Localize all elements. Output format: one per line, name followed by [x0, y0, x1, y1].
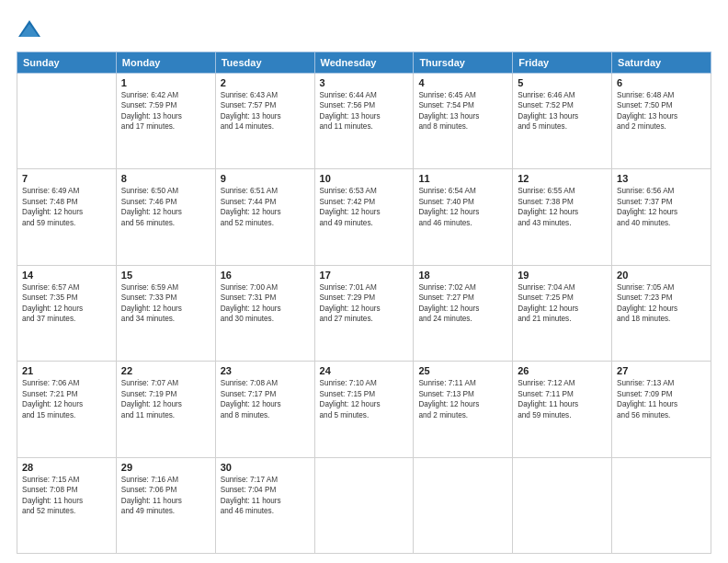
day-info: Sunrise: 7:10 AM Sunset: 7:15 PM Dayligh… [320, 378, 409, 420]
day-info: Sunrise: 7:16 AM Sunset: 7:06 PM Dayligh… [121, 475, 210, 517]
calendar-cell: 22Sunrise: 7:07 AM Sunset: 7:19 PM Dayli… [116, 362, 215, 457]
day-info: Sunrise: 6:44 AM Sunset: 7:56 PM Dayligh… [320, 90, 409, 132]
day-number: 7 [22, 173, 111, 184]
calendar-cell: 25Sunrise: 7:11 AM Sunset: 7:13 PM Dayli… [414, 362, 513, 457]
day-number: 28 [22, 462, 111, 473]
calendar-cell: 7Sunrise: 6:49 AM Sunset: 7:48 PM Daylig… [17, 169, 117, 265]
day-info: Sunrise: 7:11 AM Sunset: 7:13 PM Dayligh… [418, 378, 507, 420]
calendar-day-header: Tuesday [215, 52, 314, 74]
day-info: Sunrise: 7:00 AM Sunset: 7:31 PM Dayligh… [221, 282, 310, 325]
day-info: Sunrise: 7:06 AM Sunset: 7:21 PM Dayligh… [22, 378, 111, 420]
calendar-week-row: 28Sunrise: 7:15 AM Sunset: 7:08 PM Dayli… [17, 457, 711, 553]
calendar-week-row: 14Sunrise: 6:57 AM Sunset: 7:35 PM Dayli… [17, 265, 711, 361]
calendar-cell: 2Sunrise: 6:43 AM Sunset: 7:57 PM Daylig… [215, 74, 314, 169]
day-info: Sunrise: 6:42 AM Sunset: 7:59 PM Dayligh… [121, 90, 210, 132]
calendar-cell: 8Sunrise: 6:50 AM Sunset: 7:46 PM Daylig… [116, 169, 215, 265]
day-number: 30 [221, 462, 310, 473]
day-info: Sunrise: 6:55 AM Sunset: 7:38 PM Dayligh… [518, 186, 607, 228]
calendar-cell: 18Sunrise: 7:02 AM Sunset: 7:27 PM Dayli… [414, 265, 513, 361]
day-number: 14 [22, 270, 111, 281]
calendar-cell: 9Sunrise: 6:51 AM Sunset: 7:44 PM Daylig… [215, 169, 314, 265]
calendar-cell: 30Sunrise: 7:17 AM Sunset: 7:04 PM Dayli… [215, 457, 314, 553]
day-info: Sunrise: 6:59 AM Sunset: 7:33 PM Dayligh… [121, 282, 210, 325]
day-number: 16 [221, 270, 310, 281]
calendar-cell: 24Sunrise: 7:10 AM Sunset: 7:15 PM Dayli… [314, 362, 414, 457]
day-number: 11 [418, 173, 507, 184]
day-number: 27 [617, 365, 706, 376]
day-number: 23 [221, 365, 310, 376]
day-info: Sunrise: 6:56 AM Sunset: 7:37 PM Dayligh… [617, 186, 706, 228]
calendar-cell [17, 74, 117, 169]
calendar-cell: 14Sunrise: 6:57 AM Sunset: 7:35 PM Dayli… [17, 265, 117, 361]
calendar-day-header: Monday [116, 52, 215, 74]
day-info: Sunrise: 7:12 AM Sunset: 7:11 PM Dayligh… [518, 378, 607, 420]
calendar-cell: 28Sunrise: 7:15 AM Sunset: 7:08 PM Dayli… [17, 457, 117, 553]
calendar-cell: 16Sunrise: 7:00 AM Sunset: 7:31 PM Dayli… [215, 265, 314, 361]
calendar-table: SundayMondayTuesdayWednesdayThursdayFrid… [17, 52, 711, 554]
calendar-cell: 5Sunrise: 6:46 AM Sunset: 7:52 PM Daylig… [513, 74, 612, 169]
day-number: 10 [320, 173, 409, 184]
day-number: 6 [617, 77, 706, 88]
day-info: Sunrise: 7:13 AM Sunset: 7:09 PM Dayligh… [617, 378, 706, 420]
day-number: 17 [320, 270, 409, 281]
day-number: 4 [418, 77, 507, 88]
day-info: Sunrise: 6:46 AM Sunset: 7:52 PM Dayligh… [518, 90, 607, 132]
day-number: 12 [518, 173, 607, 184]
day-number: 24 [320, 365, 409, 376]
day-number: 9 [221, 173, 310, 184]
day-info: Sunrise: 7:15 AM Sunset: 7:08 PM Dayligh… [22, 475, 111, 517]
day-number: 1 [121, 77, 210, 88]
day-number: 18 [418, 270, 507, 281]
day-info: Sunrise: 7:05 AM Sunset: 7:23 PM Dayligh… [617, 282, 706, 325]
calendar-cell: 1Sunrise: 6:42 AM Sunset: 7:59 PM Daylig… [116, 74, 215, 169]
calendar-day-header: Sunday [17, 52, 117, 74]
calendar-cell: 10Sunrise: 6:53 AM Sunset: 7:42 PM Dayli… [314, 169, 414, 265]
day-info: Sunrise: 6:51 AM Sunset: 7:44 PM Dayligh… [221, 186, 310, 228]
calendar-week-row: 21Sunrise: 7:06 AM Sunset: 7:21 PM Dayli… [17, 362, 711, 457]
calendar-cell: 6Sunrise: 6:48 AM Sunset: 7:50 PM Daylig… [612, 74, 711, 169]
calendar-week-row: 1Sunrise: 6:42 AM Sunset: 7:59 PM Daylig… [17, 74, 711, 169]
day-number: 3 [320, 77, 409, 88]
day-info: Sunrise: 6:45 AM Sunset: 7:54 PM Dayligh… [418, 90, 507, 132]
calendar-cell: 19Sunrise: 7:04 AM Sunset: 7:25 PM Dayli… [513, 265, 612, 361]
calendar-cell [612, 457, 711, 553]
calendar-day-header: Wednesday [314, 52, 414, 74]
calendar-cell: 12Sunrise: 6:55 AM Sunset: 7:38 PM Dayli… [513, 169, 612, 265]
calendar-cell: 20Sunrise: 7:05 AM Sunset: 7:23 PM Dayli… [612, 265, 711, 361]
calendar-cell [414, 457, 513, 553]
day-number: 21 [22, 365, 111, 376]
calendar-header-row: SundayMondayTuesdayWednesdayThursdayFrid… [17, 52, 711, 74]
logo [17, 17, 46, 42]
page: SundayMondayTuesdayWednesdayThursdayFrid… [0, 0, 728, 563]
day-info: Sunrise: 7:07 AM Sunset: 7:19 PM Dayligh… [121, 378, 210, 420]
day-number: 25 [418, 365, 507, 376]
calendar-cell: 11Sunrise: 6:54 AM Sunset: 7:40 PM Dayli… [414, 169, 513, 265]
calendar-cell: 21Sunrise: 7:06 AM Sunset: 7:21 PM Dayli… [17, 362, 117, 457]
day-number: 20 [617, 270, 706, 281]
calendar-day-header: Friday [513, 52, 612, 74]
calendar-cell: 13Sunrise: 6:56 AM Sunset: 7:37 PM Dayli… [612, 169, 711, 265]
calendar-cell: 29Sunrise: 7:16 AM Sunset: 7:06 PM Dayli… [116, 457, 215, 553]
header [17, 17, 711, 42]
calendar-cell [513, 457, 612, 553]
calendar-cell: 26Sunrise: 7:12 AM Sunset: 7:11 PM Dayli… [513, 362, 612, 457]
calendar-week-row: 7Sunrise: 6:49 AM Sunset: 7:48 PM Daylig… [17, 169, 711, 265]
day-info: Sunrise: 6:48 AM Sunset: 7:50 PM Dayligh… [617, 90, 706, 132]
calendar-cell: 15Sunrise: 6:59 AM Sunset: 7:33 PM Dayli… [116, 265, 215, 361]
day-info: Sunrise: 6:53 AM Sunset: 7:42 PM Dayligh… [320, 186, 409, 228]
day-info: Sunrise: 7:17 AM Sunset: 7:04 PM Dayligh… [221, 475, 310, 517]
calendar-cell: 4Sunrise: 6:45 AM Sunset: 7:54 PM Daylig… [414, 74, 513, 169]
day-info: Sunrise: 6:50 AM Sunset: 7:46 PM Dayligh… [121, 186, 210, 228]
day-number: 19 [518, 270, 607, 281]
calendar-cell [314, 457, 414, 553]
day-number: 5 [518, 77, 607, 88]
logo-icon [17, 17, 42, 42]
day-info: Sunrise: 7:02 AM Sunset: 7:27 PM Dayligh… [418, 282, 507, 325]
calendar-day-header: Thursday [414, 52, 513, 74]
day-number: 22 [121, 365, 210, 376]
day-info: Sunrise: 7:04 AM Sunset: 7:25 PM Dayligh… [518, 282, 607, 325]
calendar-cell: 23Sunrise: 7:08 AM Sunset: 7:17 PM Dayli… [215, 362, 314, 457]
calendar-cell: 27Sunrise: 7:13 AM Sunset: 7:09 PM Dayli… [612, 362, 711, 457]
day-number: 2 [221, 77, 310, 88]
day-info: Sunrise: 6:49 AM Sunset: 7:48 PM Dayligh… [22, 186, 111, 228]
